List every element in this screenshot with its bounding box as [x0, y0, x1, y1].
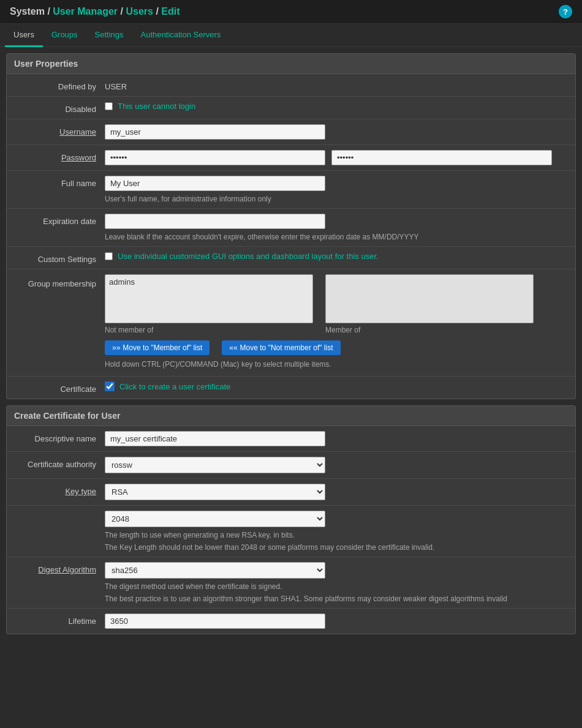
tab-settings[interactable]: Settings — [86, 24, 132, 47]
username-label[interactable]: Username — [13, 124, 105, 137]
certificate-checkbox-row: Click to create a user certificate — [105, 381, 569, 391]
username-row: Username — [7, 119, 575, 145]
username-input[interactable] — [105, 124, 325, 140]
group-lists: admins Not member of Member of — [105, 274, 569, 334]
user-properties-title: User Properties — [7, 54, 575, 74]
disabled-checkbox-label: This user cannot login — [118, 102, 195, 111]
breadcrumb-usermanager[interactable]: User Manager — [53, 6, 118, 17]
member-list-container: Member of — [325, 274, 534, 334]
group-hint: Hold down CTRL (PC)/COMMAND (Mac) key to… — [105, 360, 569, 369]
custom-settings-checkbox[interactable] — [105, 252, 113, 260]
fullname-row: Full name User's full name, for administ… — [7, 171, 575, 209]
tab-groups[interactable]: Groups — [43, 24, 86, 47]
breadcrumb-sep1: / — [47, 6, 53, 17]
fullname-hint: User's full name, for administrative inf… — [105, 195, 569, 203]
double-arrow-left-icon: «« — [229, 343, 237, 352]
key-type-select[interactable]: RSA ECDSA — [105, 484, 325, 500]
disabled-checkbox-row: This user cannot login — [105, 102, 569, 111]
descriptive-name-label: Descriptive name — [13, 431, 105, 443]
digest-algo-row: Digest Algorithm sha1 sha256 sha384 sha5… — [7, 557, 575, 609]
password-row: Password — [7, 145, 575, 171]
key-length-label — [13, 511, 105, 514]
defined-by-label: Defined by — [13, 79, 105, 91]
key-type-label[interactable]: Key type — [13, 484, 105, 496]
descriptive-name-row: Descriptive name — [7, 426, 575, 452]
lifetime-spinner-wrapper — [105, 614, 569, 629]
group-membership-label: Group membership — [13, 274, 105, 288]
double-arrow-right-icon: »» — [112, 343, 120, 352]
password-label[interactable]: Password — [13, 150, 105, 162]
breadcrumb-sep3: / — [156, 6, 161, 17]
member-label: Member of — [325, 326, 534, 334]
custom-settings-checkbox-label: Use individual customized GUI options an… — [118, 252, 379, 261]
cert-authority-label: Certificate authority — [13, 457, 105, 469]
defined-by-row: Defined by USER — [7, 74, 575, 97]
disabled-checkbox[interactable] — [105, 102, 113, 110]
custom-settings-label: Custom Settings — [13, 252, 105, 264]
move-to-member-button[interactable]: »» Move to "Member of" list — [105, 340, 210, 355]
expiration-hint: Leave blank if the account shouldn't exp… — [105, 233, 569, 241]
fullname-label: Full name — [13, 176, 105, 188]
user-properties-section: User Properties Defined by USER Disabled… — [6, 53, 576, 399]
digest-hint1: The digest method used when the certific… — [105, 582, 569, 591]
custom-settings-row: Custom Settings Use individual customize… — [7, 247, 575, 269]
breadcrumb: System / User Manager / Users / Edit — [10, 6, 180, 17]
certificate-label: Certificate — [13, 381, 105, 394]
breadcrumb-edit: Edit — [161, 6, 180, 17]
key-length-hint1: The length to use when generating a new … — [105, 531, 569, 539]
lifetime-row: Lifetime — [7, 609, 575, 634]
page-header: System / User Manager / Users / Edit ? — [0, 0, 582, 24]
group-action-row: »» Move to "Member of" list «« Move to "… — [105, 337, 569, 356]
certificate-checkbox[interactable] — [105, 381, 115, 391]
tabs-bar: Users Groups Settings Authentication Ser… — [0, 24, 582, 47]
digest-algo-label[interactable]: Digest Algorithm — [13, 562, 105, 574]
certificate-row: Certificate Click to create a user certi… — [7, 377, 575, 399]
cert-authority-row: Certificate authority rossw — [7, 452, 575, 479]
password-confirm-input[interactable] — [331, 150, 552, 165]
expiration-label: Expiration date — [13, 214, 105, 226]
lifetime-input[interactable] — [105, 614, 325, 629]
digest-hint2: The best practice is to use an algorithm… — [105, 595, 569, 603]
move-to-notmember-label: Move to "Not member of" list — [240, 343, 333, 352]
certificate-checkbox-label: Click to create a user certificate — [119, 382, 230, 391]
custom-settings-checkbox-row: Use individual customized GUI options an… — [105, 252, 569, 261]
digest-algo-select[interactable]: sha1 sha256 sha384 sha512 — [105, 562, 325, 579]
not-member-select[interactable]: admins — [105, 274, 313, 323]
breadcrumb-users[interactable]: Users — [126, 6, 153, 17]
disabled-label: Disabled — [13, 102, 105, 114]
defined-by-value: USER — [105, 79, 569, 91]
key-type-row: Key type RSA ECDSA — [7, 479, 575, 506]
create-certificate-section: Create Certificate for User Descriptive … — [6, 405, 576, 634]
cert-authority-select[interactable]: rossw — [105, 457, 325, 473]
create-certificate-title: Create Certificate for User — [7, 406, 575, 426]
move-to-member-label: Move to "Member of" list — [123, 343, 202, 352]
key-length-select[interactable]: 1024 2048 4096 — [105, 511, 325, 527]
tab-authentication-servers[interactable]: Authentication Servers — [132, 24, 230, 47]
descriptive-name-input[interactable] — [105, 431, 325, 446]
fullname-input[interactable] — [105, 176, 325, 191]
key-length-hint2: The Key Length should not be lower than … — [105, 543, 569, 552]
expiration-row: Expiration date Leave blank if the accou… — [7, 209, 575, 247]
disabled-row: Disabled This user cannot login — [7, 97, 575, 119]
expiration-input[interactable] — [105, 214, 325, 229]
not-member-list-container: admins Not member of — [105, 274, 313, 334]
lifetime-label: Lifetime — [13, 614, 105, 626]
password-input[interactable] — [105, 150, 325, 165]
help-icon[interactable]: ? — [559, 5, 572, 18]
tab-users[interactable]: Users — [5, 24, 43, 47]
not-member-label: Not member of — [105, 326, 313, 334]
member-select[interactable] — [325, 274, 534, 323]
group-membership-row: Group membership admins Not member of Me… — [7, 269, 575, 377]
move-to-notmember-button[interactable]: «« Move to "Not member of" list — [222, 340, 340, 355]
key-length-row: 1024 2048 4096 The length to use when ge… — [7, 506, 575, 557]
breadcrumb-system: System — [10, 6, 45, 17]
group-option-admins[interactable]: admins — [109, 277, 309, 287]
